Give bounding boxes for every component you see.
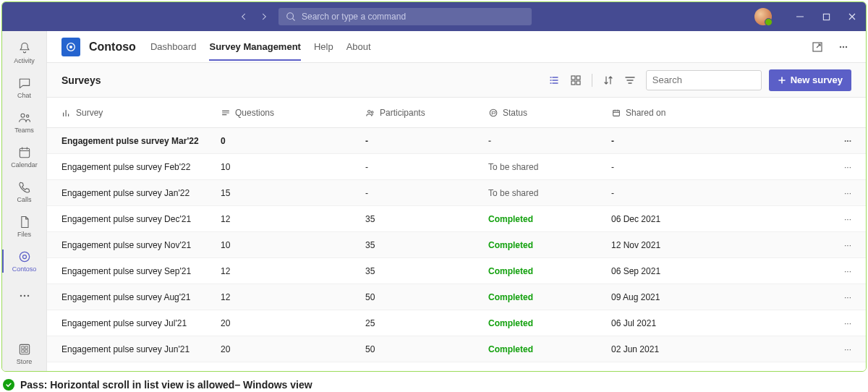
rail-item-store[interactable]: Store: [2, 336, 47, 371]
svg-point-18: [840, 46, 841, 47]
cell-survey: Engagement pulse survey Jan'22: [61, 188, 221, 198]
window-maximize-button[interactable]: [820, 10, 833, 23]
nav-forward-button[interactable]: [255, 8, 273, 25]
table-row[interactable]: Engagement pulse survey Nov'211035Comple…: [47, 232, 866, 258]
tab-survey-management[interactable]: Survey Management: [209, 33, 300, 60]
table-row[interactable]: Engagement pulse survey Feb'2210-To be s…: [47, 154, 866, 180]
plus-icon: [778, 76, 786, 85]
list-view-button[interactable]: [548, 74, 560, 86]
cell-questions: 20: [221, 318, 365, 328]
svg-point-25: [368, 110, 371, 113]
search-icon: [286, 12, 296, 22]
row-more-button[interactable]: ···: [727, 266, 851, 276]
cell-participants: 35: [365, 266, 488, 276]
svg-point-2: [21, 114, 25, 117]
table-row[interactable]: Engagement pulse survey Aug'211250Comple…: [47, 284, 866, 310]
rail-item-chat[interactable]: Chat: [2, 70, 47, 105]
col-status[interactable]: Status: [488, 108, 611, 118]
more-icon: [17, 289, 32, 303]
table-row[interactable]: Engagement pulse survey Jan'2215-To be s…: [47, 180, 866, 206]
cell-survey: Engagement pulse survey Feb'22: [61, 162, 221, 172]
table-row[interactable]: Engagement pulse survey Mar'220---···: [47, 128, 866, 154]
avatar[interactable]: [754, 8, 772, 25]
cell-shared_on: -: [611, 136, 727, 146]
cell-questions: 0: [221, 136, 365, 146]
table-row[interactable]: Engagement pulse survey Dec'211235Comple…: [47, 206, 866, 232]
svg-point-7: [20, 295, 22, 297]
pass-icon: [3, 379, 14, 391]
rail-item-teams[interactable]: Teams: [2, 105, 47, 140]
table-row[interactable]: Engagement pulse survey Jul'212025Comple…: [47, 310, 866, 336]
grid-view-button[interactable]: [570, 74, 582, 86]
cell-questions: 12: [221, 266, 365, 276]
cell-questions: 15: [221, 188, 365, 198]
window-close-button[interactable]: [846, 10, 859, 23]
cell-participants: 25: [365, 318, 488, 328]
popout-button[interactable]: [809, 39, 825, 55]
svg-rect-28: [613, 110, 620, 116]
toolbar: Surveys: [47, 63, 866, 98]
cell-questions: 12: [221, 292, 365, 302]
svg-rect-10: [20, 344, 29, 354]
cell-shared_on: -: [611, 162, 727, 172]
global-search[interactable]: [278, 8, 532, 25]
cell-survey: Engagement pulse survey Sep'21: [61, 266, 221, 276]
cell-status: Completed: [488, 344, 611, 354]
svg-rect-22: [576, 76, 580, 80]
rail-item-activity[interactable]: Activity: [2, 35, 47, 70]
rail-item-calendar[interactable]: Calendar: [2, 140, 47, 174]
row-more-button[interactable]: ···: [727, 240, 851, 250]
row-more-button[interactable]: ···: [727, 136, 851, 146]
rail-item-calls[interactable]: Calls: [2, 174, 47, 209]
search-input[interactable]: [646, 70, 762, 90]
row-more-button[interactable]: ···: [727, 214, 851, 224]
table-row[interactable]: Engagement pulse survey Sep'211235Comple…: [47, 258, 866, 284]
rail-label: Calls: [17, 196, 31, 203]
row-more-button[interactable]: ···: [727, 344, 851, 354]
global-search-input[interactable]: [302, 12, 524, 22]
svg-point-5: [20, 252, 29, 261]
row-more-button[interactable]: ···: [727, 292, 851, 302]
cell-survey: Engagement pulse survey Dec'21: [61, 214, 221, 224]
cell-shared_on: 06 Jul 2021: [611, 318, 727, 328]
nav-back-button[interactable]: [235, 8, 252, 25]
window-minimize-button[interactable]: [793, 10, 807, 23]
svg-rect-23: [571, 81, 575, 85]
cell-status: -: [488, 136, 611, 146]
rail-item-more[interactable]: [2, 278, 47, 313]
svg-rect-12: [25, 346, 27, 349]
cell-participants: -: [365, 188, 488, 198]
new-survey-button[interactable]: New survey: [769, 69, 851, 91]
calendar-icon: [611, 108, 621, 118]
row-more-button[interactable]: ···: [727, 318, 851, 328]
rail-item-contoso[interactable]: Contoso: [2, 244, 47, 278]
col-questions[interactable]: Questions: [221, 108, 365, 118]
svg-point-3: [26, 115, 28, 117]
cell-survey: Engagement pulse survey Mar'22: [61, 136, 221, 146]
app-logo: [61, 38, 80, 56]
svg-point-20: [846, 46, 847, 47]
cell-survey: Engagement pulse survey Jun'21: [61, 344, 221, 354]
people-icon: [365, 108, 375, 118]
survey-table[interactable]: Survey Questions Participants Status Sha…: [47, 98, 866, 371]
col-shared-on[interactable]: Shared on: [611, 108, 727, 118]
filter-button[interactable]: [624, 74, 636, 86]
row-more-button[interactable]: ···: [727, 162, 851, 172]
row-more-button[interactable]: ···: [727, 188, 851, 198]
col-participants[interactable]: Participants: [365, 108, 488, 118]
rail-item-files[interactable]: Files: [2, 209, 47, 244]
svg-rect-24: [576, 81, 580, 85]
tab-help[interactable]: Help: [314, 33, 333, 60]
cell-questions: 20: [221, 344, 365, 354]
tab-dashboard[interactable]: Dashboard: [150, 33, 197, 60]
rail-label: Store: [17, 358, 33, 365]
side-rail: Activity Chat Teams Calendar Calls Files: [2, 31, 47, 371]
new-survey-label: New survey: [791, 74, 843, 85]
more-button[interactable]: [835, 39, 851, 55]
caption: Pass: Horizontal scroll in list view is …: [0, 373, 868, 391]
cell-status: Completed: [488, 240, 611, 250]
tab-about[interactable]: About: [346, 33, 371, 60]
sort-button[interactable]: [603, 74, 614, 86]
table-row[interactable]: Engagement pulse survey Jun'212050Comple…: [47, 336, 866, 362]
col-survey[interactable]: Survey: [61, 108, 221, 118]
